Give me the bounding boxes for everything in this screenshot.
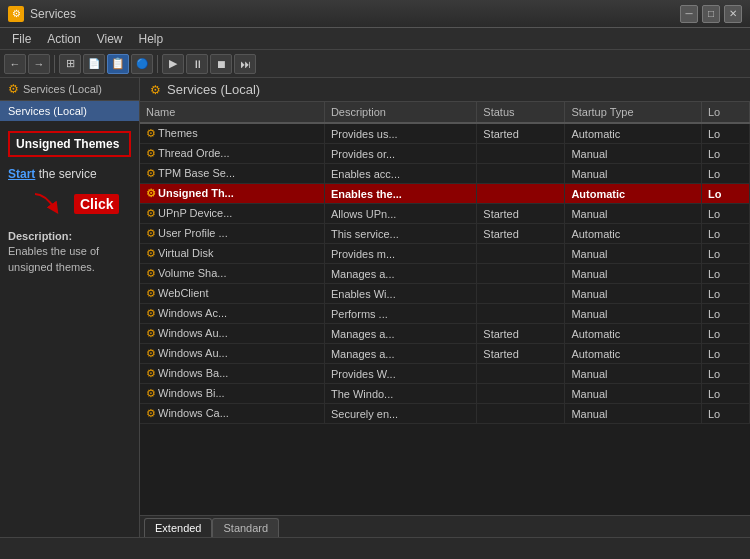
menu-file[interactable]: File xyxy=(4,30,39,48)
services-local-item[interactable]: Services (Local) xyxy=(0,101,139,121)
cell-description: Provides W... xyxy=(324,364,476,384)
cell-name: ⚙UPnP Device... xyxy=(140,204,324,224)
cell-startup: Manual xyxy=(565,244,702,264)
cell-lo: Lo xyxy=(701,404,749,424)
cell-lo: Lo xyxy=(701,224,749,244)
start-link[interactable]: Start xyxy=(8,167,35,181)
cell-description: Provides m... xyxy=(324,244,476,264)
export-button[interactable]: 📄 xyxy=(83,54,105,74)
arrow-icon xyxy=(30,189,70,219)
tab-extended[interactable]: Extended xyxy=(144,518,212,537)
cell-description: Enables acc... xyxy=(324,164,476,184)
start-service-text: the service xyxy=(35,167,96,181)
table-row[interactable]: ⚙Windows Au... Manages a... Started Auto… xyxy=(140,324,750,344)
cell-status: Started xyxy=(477,224,565,244)
services-local-label: Services (Local) xyxy=(8,105,87,117)
table-row[interactable]: ⚙Themes Provides us... Started Automatic… xyxy=(140,123,750,144)
maximize-button[interactable]: □ xyxy=(702,5,720,23)
cell-description: Performs ... xyxy=(324,304,476,324)
title-bar: ⚙ Services ─ □ ✕ xyxy=(0,0,750,28)
table-row[interactable]: ⚙Windows Ac... Performs ... Manual Lo xyxy=(140,304,750,324)
pause-button[interactable]: ⏸ xyxy=(186,54,208,74)
col-lo[interactable]: Lo xyxy=(701,102,749,123)
left-panel: ⚙ Services (Local) Services (Local) Unsi… xyxy=(0,78,140,537)
cell-startup: Manual xyxy=(565,304,702,324)
cell-lo: Lo xyxy=(701,364,749,384)
cell-name: ⚙Thread Orde... xyxy=(140,144,324,164)
cell-startup: Automatic xyxy=(565,224,702,244)
forward-button[interactable]: → xyxy=(28,54,50,74)
refresh-button[interactable]: 🔵 xyxy=(131,54,153,74)
cell-status xyxy=(477,404,565,424)
cell-lo: Lo xyxy=(701,324,749,344)
cell-lo: Lo xyxy=(701,204,749,224)
properties-button[interactable]: 📋 xyxy=(107,54,129,74)
table-row[interactable]: ⚙Windows Ba... Provides W... Manual Lo xyxy=(140,364,750,384)
stop-button[interactable]: ⏹ xyxy=(210,54,232,74)
window-title: Services xyxy=(30,7,680,21)
minimize-button[interactable]: ─ xyxy=(680,5,698,23)
right-panel-header: ⚙ Services (Local) xyxy=(140,78,750,102)
cell-status xyxy=(477,164,565,184)
table-row[interactable]: ⚙Windows Ca... Securely en... Manual Lo xyxy=(140,404,750,424)
cell-lo: Lo xyxy=(701,244,749,264)
cell-status: Started xyxy=(477,123,565,144)
menu-help[interactable]: Help xyxy=(131,30,172,48)
cell-lo: Lo xyxy=(701,304,749,324)
cell-startup: Manual xyxy=(565,264,702,284)
menu-bar: File Action View Help xyxy=(0,28,750,50)
table-row[interactable]: ⚙Volume Sha... Manages a... Manual Lo xyxy=(140,264,750,284)
table-row[interactable]: ⚙Windows Au... Manages a... Started Auto… xyxy=(140,344,750,364)
play-button[interactable]: ▶ xyxy=(162,54,184,74)
cell-description: Manages a... xyxy=(324,344,476,364)
tab-standard[interactable]: Standard xyxy=(212,518,279,537)
col-status[interactable]: Status xyxy=(477,102,565,123)
cell-lo: Lo xyxy=(701,123,749,144)
description-area: Description: Enables the use of unsigned… xyxy=(0,223,139,281)
cell-status xyxy=(477,184,565,204)
table-row[interactable]: ⚙User Profile ... This service... Starte… xyxy=(140,224,750,244)
cell-name: ⚙User Profile ... xyxy=(140,224,324,244)
cell-startup: Manual xyxy=(565,384,702,404)
table-row[interactable]: ⚙UPnP Device... Allows UPn... Started Ma… xyxy=(140,204,750,224)
close-button[interactable]: ✕ xyxy=(724,5,742,23)
separator-1 xyxy=(54,55,55,73)
cell-startup: Manual xyxy=(565,404,702,424)
table-row[interactable]: ⚙Virtual Disk Provides m... Manual Lo xyxy=(140,244,750,264)
description-title: Description: xyxy=(8,230,72,242)
cell-name: ⚙Volume Sha... xyxy=(140,264,324,284)
cell-lo: Lo xyxy=(701,344,749,364)
cell-status xyxy=(477,384,565,404)
menu-view[interactable]: View xyxy=(89,30,131,48)
cell-lo: Lo xyxy=(701,164,749,184)
cell-name: ⚙Windows Ac... xyxy=(140,304,324,324)
cell-name: ⚙Windows Au... xyxy=(140,324,324,344)
cell-description: Allows UPn... xyxy=(324,204,476,224)
col-description[interactable]: Description xyxy=(324,102,476,123)
cell-status xyxy=(477,364,565,384)
menu-action[interactable]: Action xyxy=(39,30,88,48)
table-row[interactable]: ⚙Unsigned Th... Enables the... Automatic… xyxy=(140,184,750,204)
cell-description: This service... xyxy=(324,224,476,244)
cell-name: ⚙WebClient xyxy=(140,284,324,304)
gear-icon: ⚙ xyxy=(8,82,19,96)
show-hide-button[interactable]: ⊞ xyxy=(59,54,81,74)
cell-lo: Lo xyxy=(701,284,749,304)
col-name[interactable]: Name xyxy=(140,102,324,123)
cell-name: ⚙Virtual Disk xyxy=(140,244,324,264)
left-panel-header: ⚙ Services (Local) xyxy=(0,78,139,101)
cell-description: Enables the... xyxy=(324,184,476,204)
table-row[interactable]: ⚙TPM Base Se... Enables acc... Manual Lo xyxy=(140,164,750,184)
table-header-row: Name Description Status Startup Type Lo xyxy=(140,102,750,123)
table-row[interactable]: ⚙Thread Orde... Provides or... Manual Lo xyxy=(140,144,750,164)
description-text: Enables the use of unsigned themes. xyxy=(8,245,99,272)
cell-description: Manages a... xyxy=(324,324,476,344)
table-row[interactable]: ⚙WebClient Enables Wi... Manual Lo xyxy=(140,284,750,304)
table-row[interactable]: ⚙Windows Bi... The Windo... Manual Lo xyxy=(140,384,750,404)
cell-status: Started xyxy=(477,204,565,224)
back-button[interactable]: ← xyxy=(4,54,26,74)
col-startup[interactable]: Startup Type xyxy=(565,102,702,123)
cell-status: Started xyxy=(477,344,565,364)
next-button[interactable]: ⏭ xyxy=(234,54,256,74)
separator-2 xyxy=(157,55,158,73)
